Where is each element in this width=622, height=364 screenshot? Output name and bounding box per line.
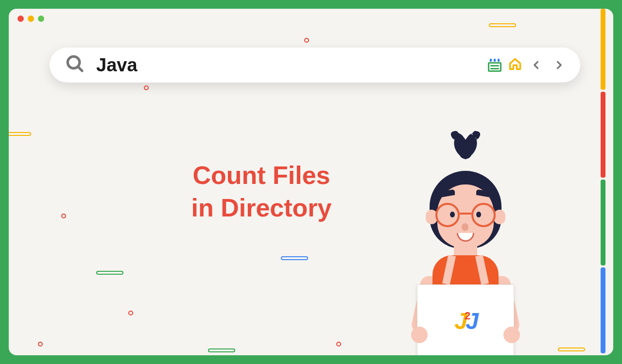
stripe-blue	[601, 267, 605, 353]
doodle-ring-icon	[61, 214, 66, 218]
hand-icon	[503, 327, 520, 343]
nav-back-button[interactable]	[529, 57, 544, 73]
doodle-ring-icon	[336, 342, 341, 347]
hand-icon	[411, 327, 428, 343]
doodle-ring-icon	[144, 85, 149, 90]
logo-part-2: J	[466, 308, 477, 334]
j2j-logo: J 2 J	[454, 308, 477, 334]
eye-icon	[476, 212, 481, 217]
browser-window: Count Files in Directory	[9, 9, 613, 355]
laptop-icon: J 2 J	[417, 284, 514, 355]
search-icon	[65, 54, 86, 76]
doodle-pill-icon	[9, 132, 31, 136]
title-line-1: Count Files	[135, 159, 388, 192]
doodle-pill-icon	[96, 271, 123, 275]
doodle-pill-icon	[558, 347, 585, 351]
eye-icon	[450, 212, 455, 217]
window-controls	[9, 9, 613, 26]
minimize-dot-icon[interactable]	[28, 16, 34, 22]
calendar-icon[interactable]	[488, 59, 501, 72]
svg-line-1	[78, 66, 82, 71]
maximize-dot-icon[interactable]	[38, 16, 44, 22]
stripe-red	[601, 92, 605, 178]
nav-forward-button[interactable]	[551, 57, 567, 73]
brand-side-stripes	[601, 9, 605, 355]
stripe-green	[601, 180, 605, 265]
search-input[interactable]	[96, 55, 488, 76]
home-icon[interactable]	[508, 57, 522, 73]
logo-part-1: J	[454, 308, 466, 334]
doodle-pill-icon	[208, 348, 235, 352]
nav-icons	[488, 57, 567, 73]
title-line-2: in Directory	[135, 192, 388, 224]
doodle-ring-icon	[38, 342, 43, 347]
person-illustration: J 2 J	[388, 130, 543, 353]
close-dot-icon[interactable]	[17, 16, 24, 22]
hair-bun-icon	[450, 130, 481, 159]
doodle-ring-icon	[304, 38, 309, 43]
glasses-icon	[435, 203, 496, 224]
nose-icon	[462, 223, 468, 231]
stripe-yellow	[601, 9, 605, 90]
doodle-ring-icon	[128, 311, 133, 315]
page-title: Count Files in Directory	[135, 159, 388, 224]
doodle-pill-icon	[489, 23, 516, 27]
doodle-pill-icon	[281, 256, 308, 260]
search-bar	[50, 48, 580, 83]
